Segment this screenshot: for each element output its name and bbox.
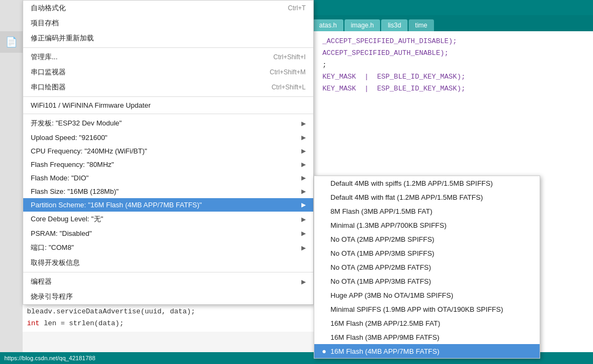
submenu-label: Default 4MB with spiffs (1.2MB APP/1.5MB…	[330, 179, 493, 187]
menu-item-flash-freq[interactable]: Flash Frequency: "80MHz" ▶	[23, 158, 313, 171]
menu-arrow-icon: ▶	[301, 161, 306, 168]
menu-label: 端口: "COM8"	[31, 243, 74, 253]
menu-arrow-icon: ▶	[301, 120, 306, 127]
menu-item-psram[interactable]: PSRAM: "Disabled" ▶	[23, 227, 313, 240]
menu-item-flash-size[interactable]: Flash Size: "16MB (128Mb)" ▶	[23, 185, 313, 198]
menu-item-cpu-freq[interactable]: CPU Frequency: "240MHz (WiFi/BT)" ▶	[23, 144, 313, 158]
menu-item-burn-bootloader[interactable]: 烧录引导程序	[23, 289, 313, 304]
submenu-label: Minimal SPIFFS (1.9MB APP with OTA/190KB…	[330, 305, 503, 313]
menu-label: 管理库...	[31, 52, 58, 62]
menu-arrow-icon: ▶	[301, 174, 306, 181]
submenu-item-12[interactable]: ● 16M Flash (4MB APP/7MB FATFS)	[314, 344, 540, 358]
menu-arrow-icon: ▶	[301, 244, 306, 251]
tab-time[interactable]: time	[409, 19, 434, 31]
menu-arrow-icon: ▶	[301, 134, 306, 141]
menu-label: WiFi101 / WiFiNINA Firmware Updater	[31, 101, 150, 109]
tab-lis3d[interactable]: lis3d	[381, 19, 408, 31]
menu-arrow-icon: ▶	[301, 216, 306, 223]
submenu-item-0[interactable]: Default 4MB with spiffs (1.2MB APP/1.5MB…	[314, 176, 540, 190]
submenu-item-10[interactable]: 16M Flash (2MB APP/12.5MB FAT)	[314, 316, 540, 330]
menu-label: Upload Speed: "921600"	[31, 134, 107, 142]
submenu-bullet	[322, 319, 330, 327]
tab-atas[interactable]: atas.h	[313, 19, 343, 31]
submenu-label: 16M Flash (4MB APP/7MB FATFS)	[330, 347, 439, 355]
menu-item-programmer[interactable]: 编程器 ▶	[23, 274, 313, 289]
submenu-label: No OTA (2MB APP/2MB FATFS)	[330, 263, 431, 271]
submenu-item-8[interactable]: Huge APP (3MB No OTA/1MB SPIFFS)	[314, 288, 540, 302]
submenu-item-4[interactable]: No OTA (2MB APP/2MB SPIFFS)	[314, 232, 540, 246]
menu-item-board-info[interactable]: 取得开发板信息	[23, 255, 313, 270]
menu-item-archive[interactable]: 项目存档	[23, 16, 313, 31]
code-line: ACCEPT_SPECIFIED_AUTH_ENABLE);	[318, 47, 589, 59]
submenu-item-1[interactable]: Default 4MB with ffat (1.2MB APP/1.5MB F…	[314, 190, 540, 204]
submenu-bullet	[322, 207, 330, 215]
code-text: bleadv.serviceDataAdvertise(uuid, data);	[27, 307, 195, 316]
submenu-label: Huge APP (3MB No OTA/1MB SPIFFS)	[330, 291, 453, 299]
code-line: _ACCEPT_SPECIFIED_AUTH_DISABLE);	[318, 36, 589, 47]
menu-arrow-icon: ▶	[301, 201, 306, 208]
submenu-label: Default 4MB with ffat (1.2MB APP/1.5MB F…	[330, 193, 483, 201]
partition-submenu: Default 4MB with spiffs (1.2MB APP/1.5MB…	[314, 176, 540, 359]
menu-divider-4	[23, 272, 313, 272]
menu-label: Flash Frequency: "80MHz"	[31, 160, 114, 169]
code-token: KEY_MASK | ESP_BLE_ID_KEY_MASK);	[322, 71, 465, 83]
menu-label: 取得开发板信息	[31, 258, 80, 268]
code-keyword: int	[27, 319, 39, 327]
submenu-label: 16M Flash (2MB APP/12.5MB FAT)	[330, 319, 440, 327]
submenu-item-2[interactable]: 8M Flash (3MB APP/1.5MB FAT)	[314, 204, 540, 218]
menu-item-fixencoding[interactable]: 修正编码并重新加载	[23, 31, 313, 46]
menu-label: 编程器	[31, 277, 52, 286]
menu-label: Flash Size: "16MB (128Mb)"	[31, 187, 119, 195]
submenu-item-9[interactable]: Minimal SPIFFS (1.9MB APP with OTA/190KB…	[314, 302, 540, 316]
submenu-item-11[interactable]: 16M Flash (3MB APP/9MB FATFS)	[314, 330, 540, 344]
tab-image[interactable]: image.h	[344, 19, 381, 31]
code-token: ;	[322, 59, 327, 71]
submenu-bullet	[322, 221, 330, 229]
code-line: KEY_MASK | ESP_BLE_ID_KEY_MASK);	[318, 83, 589, 95]
menu-item-manage-libs[interactable]: 管理库... Ctrl+Shift+I	[23, 50, 313, 65]
ide-sidebar: 📄	[0, 0, 23, 364]
menu-label: Core Debug Level: "无"	[31, 214, 103, 224]
submenu-item-6[interactable]: No OTA (2MB APP/2MB FATFS)	[314, 260, 540, 274]
code-line-3: bleadv.serviceDataAdvertise(uuid, data);	[27, 306, 309, 318]
menu-item-autoformat[interactable]: 自动格式化 Ctrl+T	[23, 1, 313, 16]
submenu-bullet	[322, 235, 330, 243]
code-line: ;	[318, 59, 589, 71]
submenu-bullet	[322, 193, 330, 201]
menu-item-serial-plotter[interactable]: 串口绘图器 Ctrl+Shift+L	[23, 80, 313, 95]
code-text: len = strlen(data);	[39, 319, 123, 327]
submenu-label: No OTA (1MB APP/3MB FATFS)	[330, 277, 431, 285]
menu-item-port[interactable]: 端口: "COM8" ▶	[23, 240, 313, 255]
menu-divider-2	[23, 96, 313, 97]
menu-item-upload-speed[interactable]: Upload Speed: "921600" ▶	[23, 131, 313, 144]
sidebar-icon: 📄	[0, 31, 23, 53]
submenu-bullet	[322, 291, 330, 299]
submenu-item-3[interactable]: Minimal (1.3MB APP/700KB SPIFFS)	[314, 218, 540, 232]
menu-item-board[interactable]: 开发板: "ESP32 Dev Module" ▶	[23, 116, 313, 131]
menu-label: PSRAM: "Disabled"	[31, 229, 92, 237]
submenu-label: No OTA (2MB APP/2MB SPIFFS)	[330, 235, 435, 243]
menu-shortcut: Ctrl+Shift+L	[272, 83, 306, 91]
submenu-bullet	[322, 179, 330, 187]
submenu-bullet	[322, 333, 330, 341]
menu-arrow-icon: ▶	[301, 188, 306, 195]
code-token: KEY_MASK | ESP_BLE_ID_KEY_MASK);	[322, 83, 465, 95]
menu-item-serial-monitor[interactable]: 串口监视器 Ctrl+Shift+M	[23, 65, 313, 80]
menu-divider-3	[23, 114, 313, 114]
submenu-bullet	[322, 305, 330, 313]
submenu-item-5[interactable]: No OTA (1MB APP/3MB SPIFFS)	[314, 246, 540, 260]
bottom-url: https://blog.csdn.net/qq_42181788	[4, 355, 95, 361]
menu-item-flash-mode[interactable]: Flash Mode: "DIO" ▶	[23, 171, 313, 185]
code-line: KEY_MASK | ESP_BLE_ID_KEY_MASK);	[318, 71, 589, 83]
menu-shortcut: Ctrl+Shift+I	[273, 53, 306, 61]
menu-item-partition-scheme[interactable]: Partition Scheme: "16M Flash (4MB APP/7M…	[23, 198, 313, 212]
menu-label: 修正编码并重新加载	[31, 33, 94, 43]
main-dropdown-menu: 自动格式化 Ctrl+T 项目存档 修正编码并重新加载 管理库... Ctrl+…	[23, 0, 314, 305]
menu-label: Flash Mode: "DIO"	[31, 174, 89, 182]
menu-label: 自动格式化	[31, 3, 66, 13]
menu-item-core-debug[interactable]: Core Debug Level: "无" ▶	[23, 212, 313, 227]
submenu-bullet	[322, 263, 330, 271]
menu-item-wifi-updater[interactable]: WiFi101 / WiFiNINA Firmware Updater	[23, 99, 313, 112]
submenu-item-7[interactable]: No OTA (1MB APP/3MB FATFS)	[314, 274, 540, 288]
code-token: _ACCEPT_SPECIFIED_AUTH_DISABLE);	[322, 36, 457, 47]
